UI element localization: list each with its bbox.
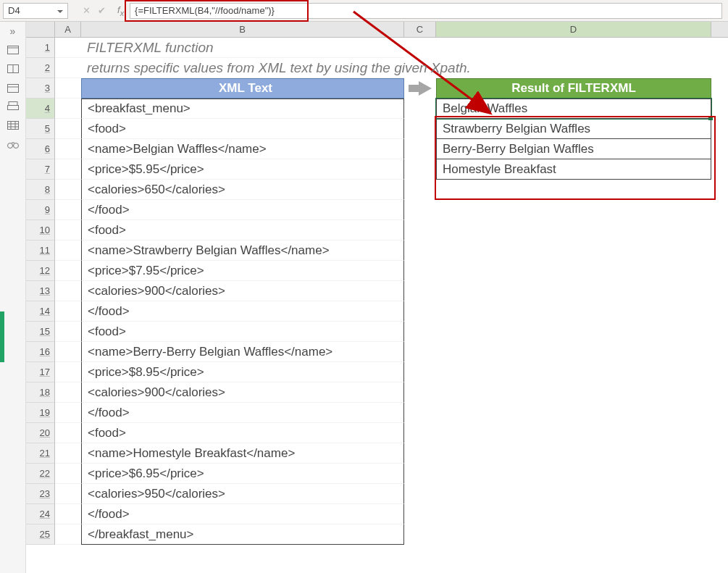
col-header-D[interactable]: D: [436, 22, 711, 37]
cell-A25[interactable]: [55, 524, 81, 545]
cell-D7[interactable]: Homestyle Breakfast: [436, 159, 711, 180]
cell-A1[interactable]: [55, 38, 81, 58]
cell-A2[interactable]: [55, 58, 81, 78]
cell-B19[interactable]: </food>: [81, 403, 404, 423]
cell-C23[interactable]: [404, 484, 436, 504]
row-header-18[interactable]: 18: [26, 382, 55, 403]
cell-C1[interactable]: [404, 38, 436, 58]
grid-icon[interactable]: [7, 120, 20, 130]
cell-A9[interactable]: [55, 200, 81, 220]
cell-A16[interactable]: [55, 342, 81, 362]
row-header-5[interactable]: 5: [26, 119, 55, 139]
cell-C9[interactable]: [404, 200, 436, 220]
printer-icon[interactable]: [7, 101, 20, 112]
cell-C6[interactable]: [404, 139, 436, 159]
cell-A11[interactable]: [55, 241, 81, 261]
cell-C24[interactable]: [404, 504, 436, 524]
cell-D23[interactable]: [436, 484, 711, 504]
cell-B20[interactable]: <food>: [81, 423, 404, 443]
row-header-1[interactable]: 1: [26, 38, 55, 58]
cell-B5[interactable]: <food>: [81, 119, 404, 139]
row-header-25[interactable]: 25: [26, 524, 55, 545]
expand-icon[interactable]: »: [7, 26, 20, 36]
cell-B25[interactable]: </breakfast_menu>: [81, 524, 404, 545]
cell-B13[interactable]: <calories>900</calories>: [81, 281, 404, 301]
cell-A12[interactable]: [55, 261, 81, 281]
cell-D5[interactable]: Strawberry Belgian Waffles: [436, 119, 711, 139]
cell-B17[interactable]: <price>$8.95</price>: [81, 362, 404, 382]
cell-B18[interactable]: <calories>900</calories>: [81, 382, 404, 403]
row-header-10[interactable]: 10: [26, 220, 55, 241]
cell-B11[interactable]: <name>Strawberry Belgian Waffles</name>: [81, 241, 404, 261]
cell-C4[interactable]: [404, 99, 436, 119]
cell-A20[interactable]: [55, 423, 81, 443]
cell-D22[interactable]: [436, 464, 711, 484]
row-header-8[interactable]: 8: [26, 180, 55, 200]
row-header-15[interactable]: 15: [26, 322, 55, 342]
cell-C17[interactable]: [404, 362, 436, 382]
row-header-21[interactable]: 21: [26, 443, 55, 464]
cell-C13[interactable]: [404, 281, 436, 301]
header-result[interactable]: Result of FILTERXML: [436, 78, 711, 99]
cell-D1[interactable]: [436, 38, 711, 58]
cell-A8[interactable]: [55, 180, 81, 200]
cell-A7[interactable]: [55, 159, 81, 180]
cell-D4[interactable]: Belgian Waffles: [436, 99, 711, 119]
row-header-14[interactable]: 14: [26, 301, 55, 322]
row-header-9[interactable]: 9: [26, 200, 55, 220]
cell-C3[interactable]: [404, 78, 436, 99]
row-header-11[interactable]: 11: [26, 241, 55, 261]
cell-A5[interactable]: [55, 119, 81, 139]
cell-B16[interactable]: <name>Berry-Berry Belgian Waffles</name>: [81, 342, 404, 362]
header-xml-text[interactable]: XML Text: [81, 78, 404, 99]
cell-A15[interactable]: [55, 322, 81, 342]
formula-bar[interactable]: {=FILTERXML(B4,"//food/name")}: [130, 3, 722, 19]
cell-D19[interactable]: [436, 403, 711, 423]
cell-D10[interactable]: [436, 220, 711, 241]
cell-C19[interactable]: [404, 403, 436, 423]
cell-D15[interactable]: [436, 322, 711, 342]
fx-icon[interactable]: fx: [117, 4, 124, 17]
cell-B4[interactable]: <breakfast_menu>: [81, 99, 404, 119]
row-header-3[interactable]: 3: [26, 78, 55, 99]
row-header-22[interactable]: 22: [26, 464, 55, 484]
cell-B15[interactable]: <food>: [81, 322, 404, 342]
row-header-24[interactable]: 24: [26, 504, 55, 524]
cancel-icon[interactable]: ✕: [83, 5, 91, 16]
cell-B24[interactable]: </food>: [81, 504, 404, 524]
cell-B14[interactable]: </food>: [81, 301, 404, 322]
cell-B7[interactable]: <price>$5.95</price>: [81, 159, 404, 180]
cell-A4[interactable]: [55, 99, 81, 119]
cell-B21[interactable]: <name>Homestyle Breakfast</name>: [81, 443, 404, 464]
cell-A24[interactable]: [55, 504, 81, 524]
cell-D17[interactable]: [436, 362, 711, 382]
row-header-17[interactable]: 17: [26, 362, 55, 382]
row-header-2[interactable]: 2: [26, 58, 55, 78]
cell-B9[interactable]: </food>: [81, 200, 404, 220]
cell-D11[interactable]: [436, 241, 711, 261]
row-header-12[interactable]: 12: [26, 261, 55, 281]
cell-A19[interactable]: [55, 403, 81, 423]
cell-A6[interactable]: [55, 139, 81, 159]
cell-B23[interactable]: <calories>950</calories>: [81, 484, 404, 504]
cell-D16[interactable]: [436, 342, 711, 362]
cell-A14[interactable]: [55, 301, 81, 322]
cell-C12[interactable]: [404, 261, 436, 281]
cell-D6[interactable]: Berry-Berry Belgian Waffles: [436, 139, 711, 159]
cell-B2[interactable]: returns specific values from XML text by…: [81, 58, 404, 78]
cell-D13[interactable]: [436, 281, 711, 301]
cell-A13[interactable]: [55, 281, 81, 301]
cell-D21[interactable]: [436, 443, 711, 464]
row-header-19[interactable]: 19: [26, 403, 55, 423]
cell-C21[interactable]: [404, 443, 436, 464]
col-header-B[interactable]: B: [81, 22, 404, 37]
cell-A10[interactable]: [55, 220, 81, 241]
select-all-corner[interactable]: [26, 22, 55, 37]
cell-B6[interactable]: <name>Belgian Waffles</name>: [81, 139, 404, 159]
cell-B1[interactable]: FILTERXML function: [81, 38, 404, 58]
row-header-20[interactable]: 20: [26, 423, 55, 443]
cell-D12[interactable]: [436, 261, 711, 281]
cell-A23[interactable]: [55, 484, 81, 504]
confirm-icon[interactable]: ✔: [98, 5, 106, 16]
name-box[interactable]: D4: [3, 3, 68, 19]
